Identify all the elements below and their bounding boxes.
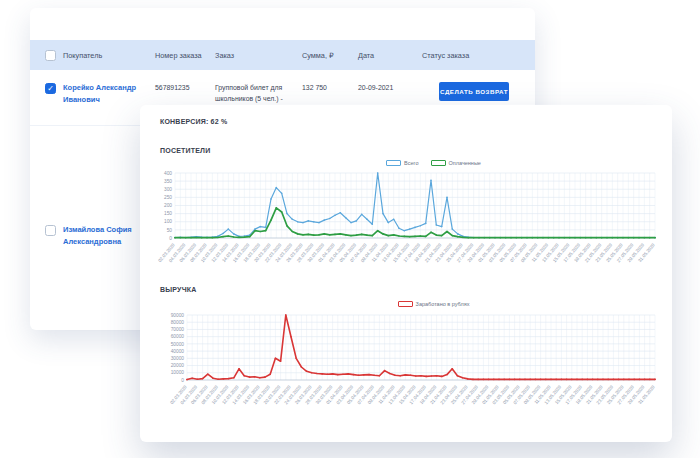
check-icon: ✓	[47, 85, 54, 93]
svg-text:90000: 90000	[171, 313, 185, 318]
svg-text:60000: 60000	[171, 334, 185, 339]
svg-text:0: 0	[169, 236, 172, 241]
refund-button[interactable]: СДЕЛАТЬ ВОЗВРАТ	[439, 82, 509, 101]
svg-text:80000: 80000	[171, 320, 185, 325]
svg-text:400: 400	[164, 171, 172, 176]
order-number-cell: 567891235	[155, 82, 215, 93]
svg-text:250: 250	[164, 195, 172, 200]
svg-text:100: 100	[164, 219, 172, 224]
svg-text:50: 50	[167, 228, 173, 233]
svg-text:200: 200	[164, 203, 172, 208]
page: Покупатель Номер заказа Заказ Сумма, ₽ Д…	[0, 0, 700, 458]
svg-text:30000: 30000	[171, 356, 185, 361]
legend-label: Всего	[404, 160, 418, 166]
conversion-label: КОНВЕРСИЯ: 62 %	[160, 118, 227, 125]
svg-text:40000: 40000	[171, 349, 185, 354]
svg-text:20000: 20000	[171, 363, 185, 368]
column-header-order-number: Номер заказа	[155, 51, 215, 60]
buyer-link[interactable]: Корейко Александр Иванович	[63, 82, 155, 105]
svg-text:50000: 50000	[171, 342, 185, 347]
legend-swatch-icon	[386, 160, 401, 166]
select-all-checkbox[interactable]	[45, 50, 56, 61]
visitors-chart: 05010015020025030035040002.03.202004.03.…	[140, 167, 660, 279]
visitors-chart-title: ПОСЕТИТЕЛИ	[160, 147, 210, 154]
column-header-status: Статус заказа	[422, 51, 535, 60]
revenue-chart-title: ВЫРУЧКА	[160, 286, 197, 293]
column-header-buyer: Покупатель	[63, 51, 155, 60]
svg-text:150: 150	[164, 211, 172, 216]
legend-swatch-icon	[431, 160, 446, 166]
legend-label: Оплаченные	[449, 160, 481, 166]
svg-text:300: 300	[164, 187, 172, 192]
svg-text:0: 0	[181, 378, 184, 383]
svg-text:350: 350	[164, 179, 172, 184]
row-checkbox[interactable]	[45, 225, 56, 236]
date-cell: 20-09-2021	[358, 82, 422, 93]
row-checkbox[interactable]: ✓	[45, 83, 56, 94]
table-header-row: Покупатель Номер заказа Заказ Сумма, ₽ Д…	[30, 40, 535, 70]
legend-item: Оплаченные	[431, 160, 481, 166]
column-header-amount: Сумма, ₽	[302, 51, 358, 60]
column-header-order: Заказ	[215, 51, 302, 60]
amount-cell: 132 750	[302, 82, 358, 93]
revenue-chart: 0100002000030000400005000060000700008000…	[140, 307, 660, 419]
visitors-legend: ВсегоОплаченные	[140, 160, 672, 166]
svg-text:10000: 10000	[171, 370, 185, 375]
column-header-date: Дата	[358, 51, 422, 60]
stats-card: КОНВЕРСИЯ: 62 % ПОСЕТИТЕЛИ ВсегоОплаченн…	[140, 105, 672, 442]
svg-text:70000: 70000	[171, 327, 185, 332]
legend-item: Всего	[386, 160, 418, 166]
